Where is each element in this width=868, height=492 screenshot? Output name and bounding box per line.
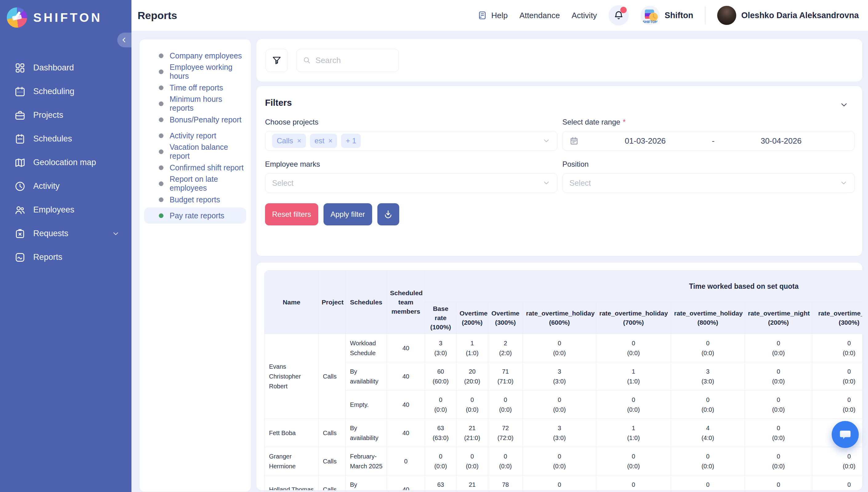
team-members-cell: 40 bbox=[387, 334, 425, 362]
user-menu[interactable]: Oleshko Daria Aleksandrovna bbox=[717, 6, 859, 25]
team-members-cell: 0 bbox=[387, 447, 425, 475]
attendance-link[interactable]: Attendance bbox=[519, 11, 560, 20]
scheduling-icon bbox=[14, 86, 26, 97]
rate-value-cell: 3 (3:0) bbox=[671, 362, 745, 391]
team-members-cell: 40 bbox=[387, 419, 425, 447]
sidebar-item-label: Projects bbox=[33, 110, 64, 120]
schedules-icon bbox=[14, 133, 26, 145]
sidebar-item-reports[interactable]: Reports bbox=[0, 245, 132, 269]
help-icon bbox=[477, 10, 487, 20]
report-nav-budget-reports[interactable]: Budget reports bbox=[144, 192, 246, 207]
date-from-value[interactable]: 01-03-2026 bbox=[579, 136, 712, 146]
search-field bbox=[297, 49, 399, 72]
search-icon bbox=[303, 56, 311, 65]
column-header-rate-overtime-holiday-800: rate_overtime_holiday (800%) bbox=[671, 302, 745, 334]
funnel-icon bbox=[272, 55, 282, 66]
sidebar-item-employees[interactable]: Employees bbox=[0, 198, 132, 222]
rate-value-cell: 0 (0:0) bbox=[745, 475, 812, 491]
help-link[interactable]: Help bbox=[477, 10, 508, 20]
report-nav-confirmed-shift-report[interactable]: Confirmed shift report bbox=[144, 159, 246, 176]
notifications-button[interactable] bbox=[609, 5, 629, 26]
bullet-icon bbox=[159, 101, 163, 106]
sidebar-item-requests[interactable]: Requests bbox=[0, 222, 132, 245]
pay-rate-report-card: NameProjectSchedulesScheduled team membe… bbox=[256, 262, 863, 490]
sidebar-item-schedules[interactable]: Schedules bbox=[0, 127, 132, 151]
employee-marks-label: Employee marks bbox=[265, 160, 558, 169]
sidebar-collapse-button[interactable] bbox=[117, 32, 132, 47]
report-nav-pay-rate-reports[interactable]: Pay rate reports bbox=[144, 207, 246, 224]
rate-value-cell: 1 (1:0) bbox=[596, 362, 671, 391]
required-asterisk: * bbox=[623, 118, 626, 126]
report-nav-label: Confirmed shift report bbox=[170, 163, 243, 172]
sidebar-item-scheduling[interactable]: Scheduling bbox=[0, 80, 132, 103]
table-row: Empty.400 (0:0)0 (0:0)0 (0:0)0 (0:0)0 (0… bbox=[265, 391, 863, 419]
support-chat-button[interactable] bbox=[832, 421, 859, 448]
projects-select[interactable]: Calls×est×+ 1 bbox=[265, 131, 558, 151]
report-nav-label: Company employees bbox=[170, 51, 242, 60]
activity-link[interactable]: Activity bbox=[571, 11, 597, 20]
activity-icon bbox=[14, 180, 26, 192]
filters-title: Filters bbox=[265, 98, 855, 108]
report-nav-label: Pay rate reports bbox=[170, 211, 225, 220]
employee-marks-select[interactable]: Select bbox=[265, 173, 558, 193]
rate-value-cell: 21 (21:0) bbox=[456, 419, 488, 447]
sidebar-item-label: Schedules bbox=[33, 134, 72, 144]
date-range-input[interactable]: 01-03-2026 - 30-04-2026 bbox=[562, 131, 855, 151]
rate-value-cell: 0 (0:0) bbox=[671, 334, 745, 362]
report-types-nav: Company employeesEmployee working hoursT… bbox=[139, 39, 251, 492]
more-projects-tag[interactable]: + 1 bbox=[341, 134, 361, 148]
remove-tag-icon[interactable]: × bbox=[297, 138, 301, 145]
employees-icon bbox=[14, 204, 26, 216]
report-nav-label: Time off reports bbox=[170, 83, 223, 92]
calendar-icon bbox=[569, 136, 579, 145]
rate-value-cell: 20 (20:0) bbox=[456, 362, 488, 391]
column-header-rate-overtime-night-300: rate_overtime_night (300%) bbox=[812, 302, 863, 334]
column-header-schedules: Schedules bbox=[346, 271, 387, 334]
sidebar-item-dashboard[interactable]: Dashboard bbox=[0, 56, 132, 80]
export-download-button[interactable] bbox=[377, 203, 399, 225]
report-nav-bonus-penalty-report[interactable]: Bonus/Penalty report bbox=[144, 112, 246, 128]
search-input[interactable] bbox=[315, 56, 393, 65]
project-cell: Calls bbox=[319, 447, 346, 475]
column-header-name: Name bbox=[265, 271, 319, 334]
rate-value-cell: 1 (1:0) bbox=[596, 419, 671, 447]
choose-projects-label: Choose projects bbox=[265, 118, 558, 126]
rate-value-cell: 0 (0:0) bbox=[812, 362, 863, 391]
chevron-down-icon bbox=[542, 179, 550, 187]
report-nav-vacation-balance-report[interactable]: Vacation balance report bbox=[144, 144, 246, 159]
filters-collapse-button[interactable] bbox=[839, 100, 849, 109]
reset-filters-button[interactable]: Reset filters bbox=[265, 203, 318, 225]
report-nav-report-on-late-employees[interactable]: Report on late employees bbox=[144, 176, 246, 192]
sidebar-nav: DashboardSchedulingProjectsSchedulesGeol… bbox=[0, 56, 132, 269]
report-nav-minimum-hours-reports[interactable]: Minimum hours reports bbox=[144, 96, 246, 112]
rate-value-cell: 0 (0:0) bbox=[745, 447, 812, 475]
sidebar-item-activity[interactable]: Activity bbox=[0, 174, 132, 198]
bullet-icon bbox=[159, 181, 163, 186]
employee-name-cell: Evans Christopher Robert bbox=[265, 334, 319, 419]
report-nav-time-off-reports[interactable]: Time off reports bbox=[144, 80, 246, 96]
position-select[interactable]: Select bbox=[562, 173, 855, 193]
rate-value-cell: 0 (0:0) bbox=[523, 334, 596, 362]
report-table-scroll-area[interactable]: NameProjectSchedulesScheduled team membe… bbox=[264, 270, 863, 490]
workspace-menu[interactable]: SHIFTON Shifton bbox=[640, 6, 693, 25]
schedule-cell: By availability bbox=[346, 475, 387, 491]
rate-value-cell: 60 (60:0) bbox=[425, 362, 456, 391]
download-icon bbox=[383, 209, 393, 220]
sidebar-item-geolocation-map[interactable]: Geolocation map bbox=[0, 151, 132, 174]
report-nav-company-employees[interactable]: Company employees bbox=[144, 48, 246, 64]
date-to-value[interactable]: 30-04-2026 bbox=[714, 136, 848, 146]
apply-filter-button[interactable]: Apply filter bbox=[324, 203, 372, 225]
bullet-icon bbox=[159, 197, 163, 202]
sidebar-item-projects[interactable]: Projects bbox=[0, 103, 132, 127]
report-nav-employee-working-hours[interactable]: Employee working hours bbox=[144, 64, 246, 80]
filter-toggle-button[interactable] bbox=[266, 49, 288, 72]
project-tag-calls: Calls× bbox=[272, 134, 306, 148]
report-nav-activity-report[interactable]: Activity report bbox=[144, 128, 246, 144]
filters-panel: Filters Choose projects Calls×est×+ 1 Se… bbox=[256, 86, 863, 256]
rate-value-cell: 0 (0:0) bbox=[671, 447, 745, 475]
remove-tag-icon[interactable]: × bbox=[328, 138, 332, 145]
notification-badge bbox=[620, 7, 627, 13]
column-header-overtime-200: Overtime (200%) bbox=[456, 302, 488, 334]
geolocation-icon bbox=[14, 157, 26, 169]
shifton-logo-icon bbox=[7, 7, 27, 28]
